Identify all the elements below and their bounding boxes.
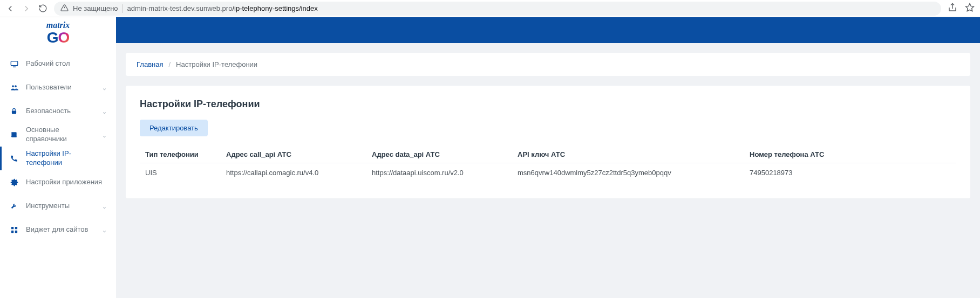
url-text: admin-matrix-test.dev.sunweb.pro/ip-tele… [127, 4, 318, 12]
sidebar-item-desktop[interactable]: Рабочий стол [0, 52, 116, 75]
settings-panel: Настройки IP-телефонии Редактировать Тип… [126, 86, 970, 198]
cell-call-api: https://callapi.comagic.ru/v4.0 [221, 163, 366, 183]
users-icon [10, 84, 18, 92]
not-secure-label: Не защищено [73, 4, 118, 12]
main-area: Главная / Настройки IP-телефонии Настрой… [116, 17, 980, 298]
svg-point-4 [12, 85, 14, 87]
address-separator [122, 4, 123, 13]
chevron-down-icon [102, 227, 106, 232]
logo-go: GO [46, 30, 70, 45]
sidebar-item-label: Настройки IP-телефонии [26, 149, 106, 168]
sidebar-item-users[interactable]: Пользователи [0, 75, 116, 99]
chevron-down-icon [102, 204, 106, 208]
sidebar-item-label: Настройки приложения [26, 178, 106, 187]
sidebar-item-label: Виджет для сайтов [26, 225, 94, 234]
svg-rect-10 [11, 230, 13, 232]
sidebar-item-app-settings[interactable]: Настройки приложения [0, 170, 116, 194]
chevron-down-icon [102, 133, 106, 137]
breadcrumb-current: Настройки IP-телефонии [176, 60, 257, 68]
table-header-row: Тип телефонии Адрес call_api АТС Адрес d… [140, 146, 956, 163]
not-secure-icon [60, 4, 69, 13]
table-row: UIS https://callapi.comagic.ru/v4.0 http… [140, 163, 956, 183]
browser-reload-button[interactable] [38, 4, 47, 13]
breadcrumb-home-link[interactable]: Главная [137, 60, 163, 68]
settings-table: Тип телефонии Адрес call_api АТС Адрес d… [140, 146, 956, 182]
browser-back-button[interactable] [5, 4, 15, 13]
sidebar-item-ip-telephony[interactable]: Настройки IP-телефонии [0, 147, 116, 170]
address-bar[interactable]: Не защищено admin-matrix-test.dev.sunweb… [54, 2, 941, 16]
sidebar-item-label: Инструменты [26, 202, 94, 211]
browser-forward-button[interactable] [22, 4, 31, 13]
cell-type: UIS [140, 163, 221, 183]
sidebar-item-tools[interactable]: Инструменты [0, 194, 116, 218]
cell-data-api: https://dataapi.uiscom.ru/v2.0 [366, 163, 512, 183]
browser-toolbar: Не защищено admin-matrix-test.dev.sunweb… [0, 0, 980, 17]
col-header-data-api: Адрес data_api АТС [366, 146, 512, 163]
sidebar-item-widget[interactable]: Виджет для сайтов [0, 218, 116, 241]
sidebar-item-label: Рабочий стол [26, 59, 106, 68]
col-header-phone: Номер телефона АТС [744, 146, 956, 163]
logo[interactable]: matrix GO [0, 20, 116, 45]
cell-api-key: msn6qvrw140dwmlmy5z27cz2ttdr5q3ymeb0pqqv [512, 163, 744, 183]
sidebar-item-label: Безопасность [26, 107, 94, 116]
breadcrumb-sep: / [168, 60, 171, 68]
col-header-api-key: API ключ АТС [512, 146, 744, 163]
cell-phone: 74950218973 [744, 163, 956, 183]
sidebar-item-label: Пользователи [26, 83, 94, 92]
share-icon[interactable] [948, 3, 957, 15]
sidebar-item-security[interactable]: Безопасность [0, 99, 116, 123]
breadcrumb: Главная / Настройки IP-телефонии [126, 53, 970, 76]
gear-icon [10, 178, 18, 186]
phone-icon [10, 155, 18, 162]
col-header-call-api: Адрес call_api АТС [221, 146, 366, 163]
widget-icon [10, 226, 18, 234]
book-icon [10, 131, 18, 138]
svg-marker-1 [966, 3, 974, 11]
monitor-icon [10, 60, 18, 68]
edit-button[interactable]: Редактировать [140, 120, 208, 136]
svg-point-5 [15, 85, 17, 87]
chevron-down-icon [102, 85, 106, 89]
header-band [116, 17, 980, 43]
svg-rect-2 [11, 61, 18, 65]
page-title: Настройки IP-телефонии [140, 99, 956, 110]
svg-rect-9 [15, 226, 17, 228]
star-icon[interactable] [965, 3, 975, 15]
sidebar: matrix GO Рабочий стол Пользователи Безо… [0, 17, 116, 298]
sidebar-item-label: Основные справочники [26, 126, 94, 144]
chevron-down-icon [102, 109, 106, 113]
svg-rect-6 [12, 110, 16, 114]
sidebar-item-references[interactable]: Основные справочники [0, 123, 116, 147]
svg-rect-11 [15, 230, 17, 232]
col-header-type: Тип телефонии [140, 146, 221, 163]
lock-icon [10, 107, 18, 115]
svg-rect-8 [11, 226, 13, 228]
wrench-icon [10, 202, 18, 210]
